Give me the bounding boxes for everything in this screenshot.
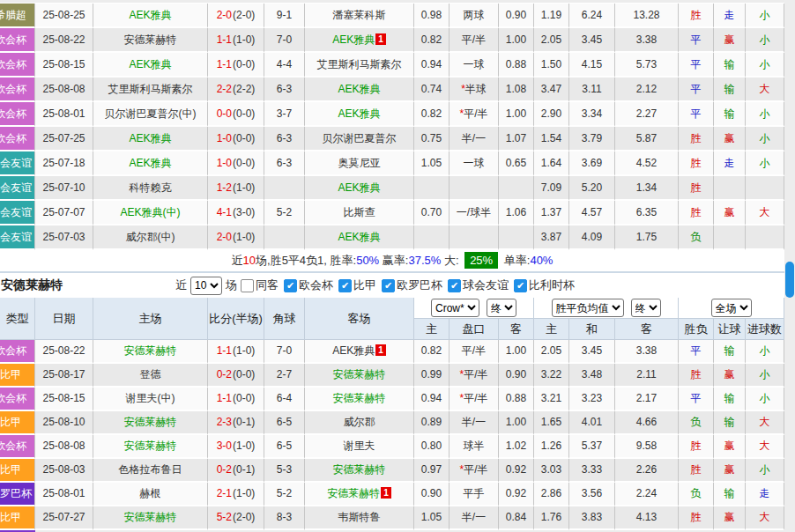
team-name: 安德莱赫特: [124, 440, 177, 452]
recent-count-select[interactable]: 10: [190, 277, 222, 295]
filter-label: 欧罗巴杯: [397, 277, 442, 293]
handicap-result-cell: 输: [714, 78, 746, 102]
handicap-result-cell: 赢: [714, 435, 746, 459]
fulltime-score: 1-0: [217, 157, 232, 169]
filter-比甲[interactable]: 比甲: [338, 277, 376, 293]
filter-同客[interactable]: 同客: [241, 277, 279, 293]
corner-score: 4-4: [264, 53, 305, 78]
checked-checkbox-icon[interactable]: [284, 279, 297, 292]
column-header: 比分(半场): [208, 298, 264, 340]
scrollbar-track[interactable]: [784, 0, 795, 532]
away-team-cell: AEK雅典1: [305, 28, 414, 53]
team-name: 谢里夫(中): [126, 392, 175, 404]
euro-home-odds: 1.50: [534, 53, 569, 78]
home-team-cell: 登德: [93, 364, 208, 388]
fulltime-score: 4-1: [217, 206, 232, 218]
section-title: 安德莱赫特: [0, 277, 63, 293]
avg-odds-select[interactable]: 胜平负均值: [552, 299, 624, 317]
euro-draw-odds: 3.56: [569, 483, 615, 506]
euro-away-odds: 4.52: [615, 151, 679, 176]
checked-checkbox-icon[interactable]: [514, 279, 527, 292]
asian-handicap-line: 球半: [464, 440, 485, 452]
team-name: AEK雅典: [332, 344, 375, 357]
euro-draw-odds: 3.83: [569, 506, 615, 530]
match-result-cell: 平: [679, 53, 714, 78]
match-score-cell: 2-0(2-0): [208, 4, 264, 28]
handicap-result-cell: 赢: [714, 127, 746, 151]
corner-score: 5-2: [264, 483, 305, 506]
euro-away-odds: 2.12: [615, 78, 679, 102]
scrollbar-thumb[interactable]: [785, 262, 794, 298]
match-row: 欧罗巴杯25-08-01赫根2-1(1-0)5-2安德莱赫特10.90平手0.9…: [0, 483, 784, 506]
filter-欧会杯[interactable]: 欧会杯: [284, 277, 333, 293]
halftime-score: (1-0): [233, 33, 255, 46]
match-result-cell: 胜: [679, 506, 714, 530]
handicap-result-label: 赢: [724, 33, 735, 46]
match-result-cell: 平: [679, 102, 714, 127]
halftime-score: (0-0): [233, 157, 255, 169]
anderlecht-table-header: 类型日期主场比分(半场)角球客场Crow*终胜平负均值终全场主盘口客主和客胜负让…: [0, 298, 784, 340]
asian-stage-select[interactable]: 终: [487, 299, 516, 317]
euro-away-odds: 6.35: [615, 201, 679, 225]
fulltime-score: 1-1: [217, 58, 232, 70]
asian-away-odds: 0.90: [499, 4, 534, 28]
team-name: AEK雅典: [129, 157, 171, 169]
corner-score: 5-3: [264, 459, 305, 483]
match-row: 球会友谊25-07-18AEK雅典1-0(0-0)6-3奥莫尼亚1.05一球0.…: [0, 151, 784, 176]
filter-球会友谊[interactable]: 球会友谊: [448, 277, 509, 293]
asian-home-odds: 0.94: [414, 388, 450, 411]
match-type-cell: 球会友谊: [0, 201, 35, 225]
match-result-cell: 负: [679, 483, 714, 506]
match-score-cell: 0-0(0-0): [208, 102, 264, 127]
checked-checkbox-icon[interactable]: [448, 279, 461, 292]
goals-result-label: 小: [760, 157, 770, 169]
column-header: 客场: [305, 298, 414, 340]
column-header: 进球数: [746, 319, 784, 340]
match-type-cell: 欧会杯: [0, 127, 35, 151]
asian-home-odds: 0.74: [414, 78, 450, 102]
home-team-cell: AEK雅典: [93, 53, 208, 78]
euro-away-odds: 13.28: [615, 4, 679, 28]
halftime-score: (2-2): [233, 83, 255, 95]
goals-result-cell: 小: [746, 459, 784, 483]
match-date: 25-08-22: [35, 340, 93, 364]
euro-draw-odds: 3.79: [569, 127, 615, 151]
euro-stage-select[interactable]: 终: [631, 299, 661, 317]
match-type-badge: 欧罗巴杯: [0, 483, 35, 505]
match-result-cell: 胜: [679, 127, 714, 151]
halftime-score: (0-0): [233, 58, 255, 70]
filter-比利时杯[interactable]: 比利时杯: [514, 277, 575, 293]
scope-select[interactable]: 全场: [711, 299, 752, 317]
checked-checkbox-icon[interactable]: [338, 279, 352, 292]
match-type-badge: 希腊超: [0, 4, 35, 26]
odds-provider-select[interactable]: Crow*: [431, 299, 479, 317]
filter-欧罗巴杯[interactable]: 欧罗巴杯: [382, 277, 442, 293]
handicap-result-label: 输: [724, 416, 735, 428]
team-name: 安德莱赫特: [124, 344, 177, 357]
handicap-result-cell: 输: [714, 53, 746, 78]
away-team-cell: 艾里斯利马斯素尔: [305, 53, 414, 78]
match-result-cell: 胜: [679, 176, 714, 201]
euro-away-odds: 2.17: [615, 388, 679, 411]
fulltime-score: 2-0: [217, 231, 232, 243]
match-result-label: 平: [691, 392, 702, 404]
asian-home-odds: [414, 176, 450, 201]
euro-draw-odds: 3.45: [569, 28, 615, 53]
match-score-cell: 3-0(1-0): [208, 435, 264, 459]
corner-score: 6-3: [264, 78, 305, 102]
asian-handicap-line: 半/一: [462, 511, 486, 523]
goals-result-cell: 走: [746, 483, 784, 506]
euro-away-odds: 5.87: [615, 127, 679, 151]
goals-result-label: 大: [760, 206, 770, 218]
handicap-result-label: 赢: [724, 368, 735, 381]
unchecked-checkbox-icon[interactable]: [241, 279, 254, 292]
checked-checkbox-icon[interactable]: [382, 279, 395, 292]
asian-away-odds: 0.90: [499, 364, 534, 388]
corner-score: 3-7: [264, 102, 305, 127]
fulltime-score: 1-0: [217, 132, 232, 144]
dropdown-group-cell: 胜平负均值终: [534, 298, 679, 319]
handicap-result-label: 输: [724, 392, 735, 404]
match-row: 欧会杯25-08-22安德莱赫特1-1(1-0)7-0AEK雅典10.82平/半…: [0, 28, 784, 53]
goals-result-cell: 小: [746, 4, 784, 28]
goals-result-cell: 大: [746, 201, 784, 225]
